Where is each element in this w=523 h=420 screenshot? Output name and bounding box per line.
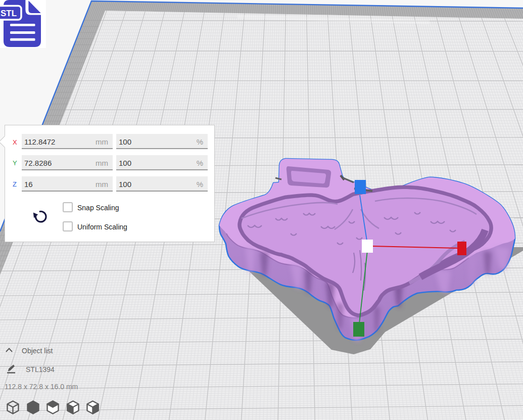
- svg-text:STL: STL: [1, 9, 17, 18]
